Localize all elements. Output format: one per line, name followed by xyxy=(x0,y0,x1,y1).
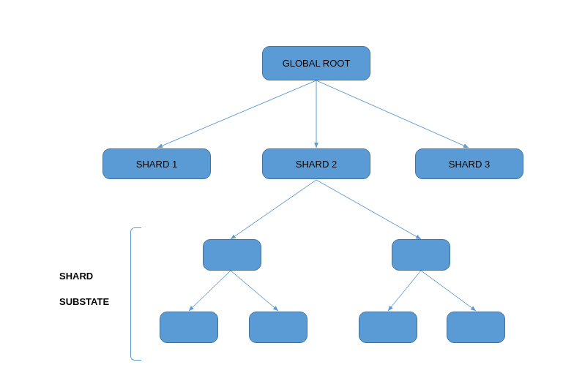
node-label: SHARD 1 xyxy=(136,159,177,170)
node-shard-1: SHARD 1 xyxy=(102,148,211,179)
node-label: GLOBAL ROOT xyxy=(283,58,351,69)
annotation-line1: SHARD xyxy=(59,271,93,282)
node-substate-leaf-3 xyxy=(359,312,417,343)
node-substate-leaf-2 xyxy=(249,312,307,343)
node-label: SHARD 3 xyxy=(449,159,490,170)
svg-line-3 xyxy=(231,180,316,239)
node-substate-leaf-1 xyxy=(160,312,218,343)
svg-line-6 xyxy=(231,271,278,311)
node-substate-mid-left xyxy=(203,239,261,271)
node-shard-2: SHARD 2 xyxy=(262,148,370,179)
svg-line-5 xyxy=(189,271,231,311)
svg-line-2 xyxy=(316,80,469,148)
svg-line-8 xyxy=(421,271,476,311)
svg-line-4 xyxy=(316,180,421,239)
svg-line-7 xyxy=(388,271,421,311)
node-substate-leaf-4 xyxy=(447,312,505,343)
bracket-shard-substate xyxy=(130,227,141,361)
svg-line-0 xyxy=(157,80,316,148)
node-shard-3: SHARD 3 xyxy=(415,148,523,179)
node-label: SHARD 2 xyxy=(296,159,337,170)
annotation-line2: SUBSTATE xyxy=(59,296,109,307)
node-substate-mid-right xyxy=(392,239,450,271)
node-global-root: GLOBAL ROOT xyxy=(262,46,370,80)
